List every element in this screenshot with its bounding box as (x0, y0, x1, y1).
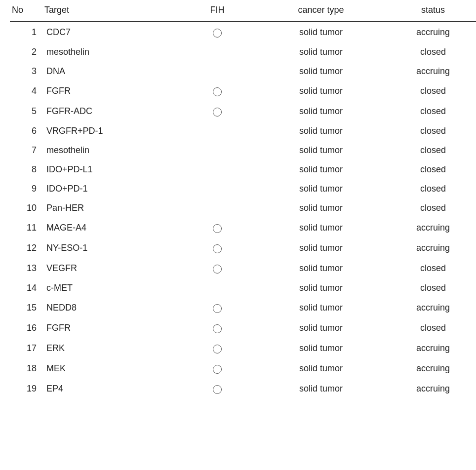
fih-circle-icon (213, 87, 222, 96)
cell-no: 3 (10, 62, 44, 81)
cell-no: 7 (10, 141, 44, 160)
cell-status: closed (380, 101, 476, 121)
cell-status: closed (380, 258, 476, 278)
cell-fih (173, 101, 262, 121)
table-row: 9IDO+PD-1solid tumorclosed (10, 179, 476, 198)
cell-no: 2 (10, 42, 44, 62)
cell-target: IDO+PD-1 (44, 179, 173, 198)
table-container: No Target FIH cancer type status 1CDC7so… (0, 0, 476, 399)
cell-no: 18 (10, 358, 44, 379)
header-no: No (10, 0, 44, 22)
cell-cancer-type: solid tumor (262, 121, 380, 141)
cell-target: MEK (44, 358, 173, 379)
cell-cancer-type: solid tumor (262, 298, 380, 318)
header-cancer-type: cancer type (262, 0, 380, 22)
fih-circle-icon (213, 29, 222, 38)
cell-target: c-MET (44, 278, 173, 298)
table-row: 3DNAsolid tumoraccruing (10, 62, 476, 81)
cell-fih (173, 278, 262, 298)
cell-cancer-type: solid tumor (262, 258, 380, 278)
cell-fih (173, 62, 262, 81)
cell-cancer-type: solid tumor (262, 238, 380, 258)
cell-status: closed (380, 141, 476, 160)
cell-status: accruing (380, 358, 476, 379)
cell-no: 1 (10, 22, 44, 42)
table-row: 13VEGFRsolid tumorclosed (10, 258, 476, 278)
table-row: 10Pan-HERsolid tumorclosed (10, 198, 476, 218)
cell-fih (173, 218, 262, 238)
cell-no: 11 (10, 218, 44, 238)
cell-target: CDC7 (44, 22, 173, 42)
cell-status: accruing (380, 338, 476, 358)
cell-fih (173, 258, 262, 278)
cell-no: 6 (10, 121, 44, 141)
cell-status: closed (380, 318, 476, 338)
table-row: 7mesothelinsolid tumorclosed (10, 141, 476, 160)
cell-no: 17 (10, 338, 44, 358)
cell-target: FGFR-ADC (44, 101, 173, 121)
table-row: 4FGFRsolid tumorclosed (10, 81, 476, 101)
cell-no: 13 (10, 258, 44, 278)
fih-circle-icon (213, 244, 222, 253)
cell-status: closed (380, 42, 476, 62)
table-row: 5FGFR-ADCsolid tumorclosed (10, 101, 476, 121)
header-fih: FIH (173, 0, 262, 22)
cell-cancer-type: solid tumor (262, 338, 380, 358)
cell-cancer-type: solid tumor (262, 22, 380, 42)
cell-target: mesothelin (44, 42, 173, 62)
cell-fih (173, 358, 262, 379)
cell-cancer-type: solid tumor (262, 379, 380, 399)
cell-target: EP4 (44, 379, 173, 399)
table-row: 2mesothelinsolid tumorclosed (10, 42, 476, 62)
cell-target: VRGFR+PD-1 (44, 121, 173, 141)
cell-fih (173, 22, 262, 42)
header-status: status (380, 0, 476, 22)
table-row: 18MEKsolid tumoraccruing (10, 358, 476, 379)
cell-fih (173, 379, 262, 399)
cell-cancer-type: solid tumor (262, 278, 380, 298)
cell-target: FGFR (44, 318, 173, 338)
table-row: 15NEDD8solid tumoraccruing (10, 298, 476, 318)
cell-no: 9 (10, 179, 44, 198)
cell-fih (173, 318, 262, 338)
header-target: Target (44, 0, 173, 22)
cell-no: 8 (10, 160, 44, 179)
cell-cancer-type: solid tumor (262, 81, 380, 101)
cell-no: 16 (10, 318, 44, 338)
cell-status: accruing (380, 22, 476, 42)
fih-circle-icon (213, 108, 222, 117)
cell-cancer-type: solid tumor (262, 101, 380, 121)
cell-fih (173, 121, 262, 141)
cell-target: NY-ESO-1 (44, 238, 173, 258)
cell-no: 14 (10, 278, 44, 298)
cell-target: ERK (44, 338, 173, 358)
cell-no: 19 (10, 379, 44, 399)
cell-fih (173, 338, 262, 358)
fih-circle-icon (213, 265, 222, 274)
fih-circle-icon (213, 224, 222, 233)
cell-status: accruing (380, 238, 476, 258)
cell-status: closed (380, 179, 476, 198)
cell-cancer-type: solid tumor (262, 318, 380, 338)
cell-status: accruing (380, 218, 476, 238)
cell-no: 10 (10, 198, 44, 218)
table-row: 12NY-ESO-1solid tumoraccruing (10, 238, 476, 258)
cell-fih (173, 298, 262, 318)
cell-target: IDO+PD-L1 (44, 160, 173, 179)
table-header-row: No Target FIH cancer type status (10, 0, 476, 22)
table-row: 8IDO+PD-L1solid tumorclosed (10, 160, 476, 179)
cell-status: closed (380, 160, 476, 179)
cell-fih (173, 81, 262, 101)
cell-status: closed (380, 198, 476, 218)
cell-target: FGFR (44, 81, 173, 101)
table-row: 16FGFRsolid tumorclosed (10, 318, 476, 338)
cell-cancer-type: solid tumor (262, 42, 380, 62)
fih-circle-icon (213, 385, 222, 394)
cell-target: MAGE-A4 (44, 218, 173, 238)
cell-status: accruing (380, 298, 476, 318)
cell-target: mesothelin (44, 141, 173, 160)
cell-fih (173, 42, 262, 62)
table-row: 11MAGE-A4solid tumoraccruing (10, 218, 476, 238)
cell-status: accruing (380, 62, 476, 81)
cell-no: 12 (10, 238, 44, 258)
